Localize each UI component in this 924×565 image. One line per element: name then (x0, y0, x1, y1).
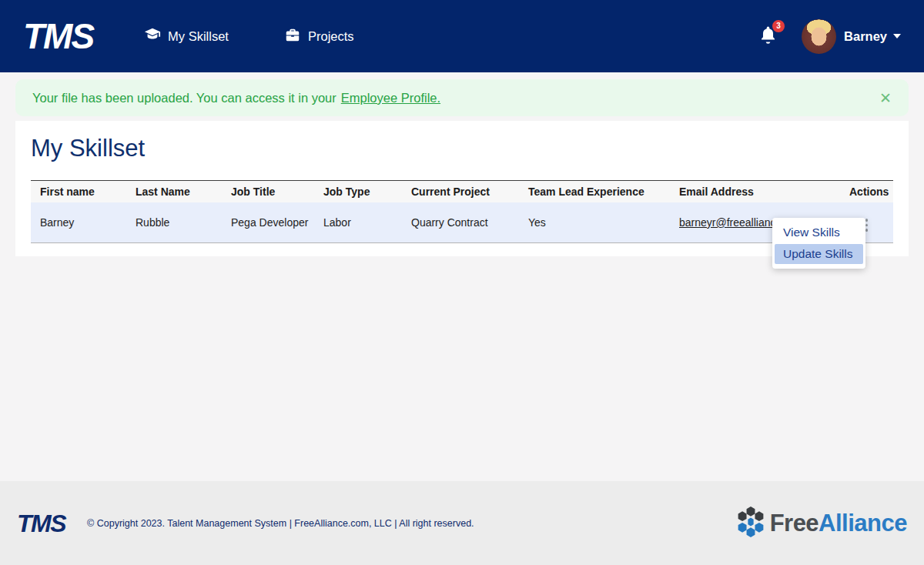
freealliance-brand: FreeAlliance (735, 504, 907, 543)
table-header-row: First name Last Name Job Title Job Type … (31, 180, 893, 202)
user-avatar[interactable] (802, 19, 836, 54)
skillset-table: First name Last Name Job Title Job Type … (31, 180, 893, 243)
cell-team-lead-experience: Yes (519, 202, 670, 243)
brand-alliance-text: Alliance (819, 510, 907, 537)
cell-job-title: Pega Developer (222, 202, 314, 243)
close-icon: ✕ (879, 90, 892, 106)
cell-first-name: Barney (31, 202, 126, 243)
header-current-project: Current Project (402, 180, 519, 202)
user-name[interactable]: Barney (844, 29, 887, 44)
alert-message: Your file has been uploaded. You can acc… (32, 91, 336, 105)
header-job-type: Job Type (314, 180, 402, 202)
cell-current-project: Quarry Contract (402, 202, 519, 243)
header-team-lead-experience: Team Lead Experience (519, 180, 670, 202)
main-nav: My Skillset Projects (144, 26, 353, 46)
upload-success-alert: Your file has been uploaded. You can acc… (15, 79, 909, 116)
footer-tms-logo: TMS (17, 511, 65, 536)
freealliance-cubes-icon (735, 504, 766, 543)
header-job-title: Job Title (222, 180, 314, 202)
notifications-button[interactable]: 3 (758, 25, 778, 48)
chevron-down-icon[interactable] (893, 34, 901, 38)
alert-close-button[interactable]: ✕ (879, 91, 892, 105)
menu-item-update-skills[interactable]: Update Skills (775, 244, 863, 264)
briefcase-icon (284, 26, 301, 46)
tms-logo[interactable]: TMS (23, 18, 101, 54)
nav-item-my-skillset[interactable]: My Skillset (144, 26, 229, 46)
header-first-name: First name (31, 180, 126, 202)
notification-count-badge: 3 (772, 20, 785, 32)
page-title: My Skillset (31, 132, 893, 165)
menu-item-view-skills[interactable]: View Skills (775, 222, 863, 242)
header-last-name: Last Name (126, 180, 222, 202)
cell-last-name: Rubble (126, 202, 222, 243)
nav-item-projects[interactable]: Projects (284, 26, 354, 46)
header-email-address: Email Address (670, 180, 840, 202)
cell-job-type: Labor (314, 202, 402, 243)
employee-profile-link[interactable]: Employee Profile. (341, 91, 440, 105)
nav-label-projects: Projects (308, 29, 354, 44)
table-row: Barney Rubble Pega Developer Labor Quarr… (31, 202, 893, 243)
navbar-right: 3 Barney (758, 19, 901, 54)
top-navbar: TMS My Skillset Projects 3 Barney (0, 0, 924, 72)
nav-label-my-skillset: My Skillset (168, 29, 229, 44)
footer: TMS © Copyright 2023. Talent Management … (0, 481, 924, 565)
freealliance-wordmark: FreeAlliance (770, 510, 907, 537)
actions-dropdown-menu: View Skills Update Skills (772, 218, 865, 269)
footer-copyright: © Copyright 2023. Talent Management Syst… (87, 518, 474, 529)
bell-icon (758, 35, 778, 48)
header-actions: Actions (840, 180, 893, 202)
graduation-cap-icon (144, 26, 161, 46)
brand-free-text: Free (770, 510, 819, 537)
